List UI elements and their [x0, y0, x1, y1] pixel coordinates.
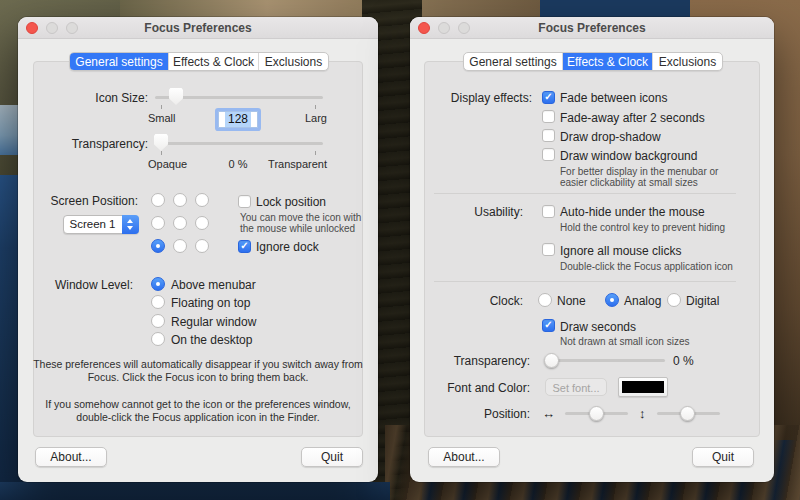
- transparency-value: 0 %: [218, 158, 258, 170]
- vertical-position-slider-thumb[interactable]: [680, 406, 695, 421]
- ignore-clicks-label: Ignore all mouse clicks: [560, 244, 681, 258]
- slider-tick: [161, 105, 162, 109]
- ignore-dock-checkbox[interactable]: [238, 240, 251, 253]
- position-grid-bottom-right[interactable]: [195, 239, 209, 253]
- auto-hide-label: Auto-hide under the mouse: [560, 205, 705, 219]
- fade-between-icons-checkbox[interactable]: [542, 91, 555, 104]
- quit-button[interactable]: Quit: [692, 447, 754, 467]
- position-grid-bottom-left[interactable]: [151, 239, 165, 253]
- clock-transparency-slider-thumb[interactable]: [544, 353, 559, 368]
- window-level-option-2: Regular window: [171, 315, 256, 329]
- ignore-clicks-checkbox[interactable]: [542, 243, 555, 256]
- tab-exclusions[interactable]: Exclusions: [258, 53, 328, 70]
- horizontal-position-slider-thumb[interactable]: [589, 406, 604, 421]
- window-general-settings: Focus Preferences General settings Effec…: [18, 17, 378, 482]
- tab-general-settings[interactable]: General settings: [464, 53, 562, 70]
- clock-option-analog: Analog: [624, 294, 661, 308]
- tab-bar: General settings Effects & Clock Exclusi…: [69, 52, 329, 71]
- about-button[interactable]: About...: [35, 447, 107, 467]
- position-grid-mid-center[interactable]: [173, 216, 187, 230]
- note1-line1: These preferences will automatically dis…: [28, 358, 368, 370]
- screen-position-label: Screen Position:: [18, 194, 138, 208]
- tab-effects-clock[interactable]: Effects & Clock: [562, 53, 652, 70]
- icon-size-max-label: Larg: [277, 112, 327, 124]
- icon-size-min-label: Small: [148, 112, 176, 124]
- icon-size-field[interactable]: 128: [218, 111, 258, 128]
- stepper-icon: [122, 215, 139, 234]
- drop-shadow-checkbox[interactable]: [542, 129, 555, 142]
- traffic-lights: [26, 22, 78, 34]
- about-button[interactable]: About...: [428, 447, 500, 467]
- color-well[interactable]: [618, 377, 668, 397]
- clock-transparency-value: 0 %: [673, 354, 694, 368]
- traffic-lights: [418, 22, 470, 34]
- lock-position-help-line2: the mouse while unlocked: [240, 223, 355, 234]
- font-color-label: Font and Color:: [410, 381, 530, 395]
- zoom-button[interactable]: [458, 22, 470, 34]
- clock-label: Clock:: [410, 294, 523, 308]
- slider-tick: [161, 151, 162, 155]
- minimize-button[interactable]: [46, 22, 58, 34]
- transparency-min-label: Opaque: [148, 158, 187, 170]
- divider: [434, 193, 736, 194]
- transparency-max-label: Transparent: [257, 158, 327, 170]
- vertical-arrow-icon: ↕: [639, 406, 646, 421]
- window-background-label: Draw window background: [560, 149, 697, 163]
- position-grid-bottom-center[interactable]: [173, 239, 187, 253]
- draw-seconds-checkbox[interactable]: [542, 319, 555, 332]
- icon-size-value: 128: [225, 112, 251, 127]
- window-level-radio-regular[interactable]: [151, 314, 165, 328]
- clock-radio-analog[interactable]: [605, 293, 619, 307]
- position-grid-mid-left[interactable]: [151, 216, 165, 230]
- window-level-radio-above-menubar[interactable]: [151, 277, 165, 291]
- lock-position-checkbox[interactable]: [238, 195, 251, 208]
- window-level-label: Window Level:: [18, 278, 133, 292]
- transparency-slider[interactable]: [155, 142, 323, 145]
- usability-label: Usability:: [410, 205, 523, 219]
- fade-away-checkbox[interactable]: [542, 110, 555, 123]
- slider-tick: [315, 105, 316, 109]
- set-font-button[interactable]: Set font...: [545, 378, 607, 396]
- close-button[interactable]: [418, 22, 430, 34]
- window-background-checkbox[interactable]: [542, 148, 555, 161]
- window-level-option-0: Above menubar: [171, 278, 256, 292]
- clock-radio-none[interactable]: [538, 293, 552, 307]
- tab-exclusions[interactable]: Exclusions: [652, 53, 722, 70]
- auto-hide-help: Hold the control key to prevent hiding: [560, 222, 725, 233]
- clock-option-none: None: [557, 294, 586, 308]
- transparency-label: Transparency:: [28, 137, 148, 151]
- window-effects-clock: Focus Preferences General settings Effec…: [410, 17, 774, 482]
- window-level-option-1: Floating on top: [171, 296, 250, 310]
- zoom-button[interactable]: [66, 22, 78, 34]
- position-grid-mid-right[interactable]: [195, 216, 209, 230]
- note2-line1: If you somehow cannot get to the icon or…: [28, 398, 368, 410]
- titlebar[interactable]: Focus Preferences: [410, 17, 774, 39]
- position-grid-top-left[interactable]: [151, 193, 165, 207]
- tab-bar: General settings Effects & Clock Exclusi…: [463, 52, 723, 71]
- window-level-radio-floating[interactable]: [151, 295, 165, 309]
- lock-position-label: Lock position: [256, 195, 326, 209]
- position-grid-top-center[interactable]: [173, 193, 187, 207]
- draw-seconds-help: Not drawn at small icon sizes: [560, 336, 690, 347]
- wallpaper-sea-bottom: [0, 482, 390, 500]
- ignore-clicks-help: Double-click the Focus application icon: [560, 261, 733, 272]
- drop-shadow-label: Draw drop-shadow: [560, 130, 661, 144]
- clock-radio-digital[interactable]: [667, 293, 681, 307]
- close-button[interactable]: [26, 22, 38, 34]
- minimize-button[interactable]: [438, 22, 450, 34]
- screen-select-popup[interactable]: Screen 1: [63, 215, 139, 234]
- quit-button[interactable]: Quit: [301, 447, 363, 467]
- fade-away-label: Fade-away after 2 seconds: [560, 111, 705, 125]
- titlebar[interactable]: Focus Preferences: [18, 17, 378, 39]
- clock-transparency-slider[interactable]: [547, 359, 665, 362]
- lock-position-help-line1: You can move the icon with: [240, 212, 361, 223]
- clock-option-digital: Digital: [686, 294, 719, 308]
- tab-effects-clock[interactable]: Effects & Clock: [168, 53, 258, 70]
- tab-general-settings[interactable]: General settings: [70, 53, 168, 70]
- auto-hide-checkbox[interactable]: [542, 205, 555, 218]
- note2-line2: double-click the Focus application icon …: [28, 411, 368, 423]
- window-level-radio-desktop[interactable]: [151, 332, 165, 346]
- note1-line2: Focus. Click the Focus icon to bring the…: [28, 371, 368, 383]
- position-grid-top-right[interactable]: [195, 193, 209, 207]
- screen-select-value: Screen 1: [64, 216, 121, 233]
